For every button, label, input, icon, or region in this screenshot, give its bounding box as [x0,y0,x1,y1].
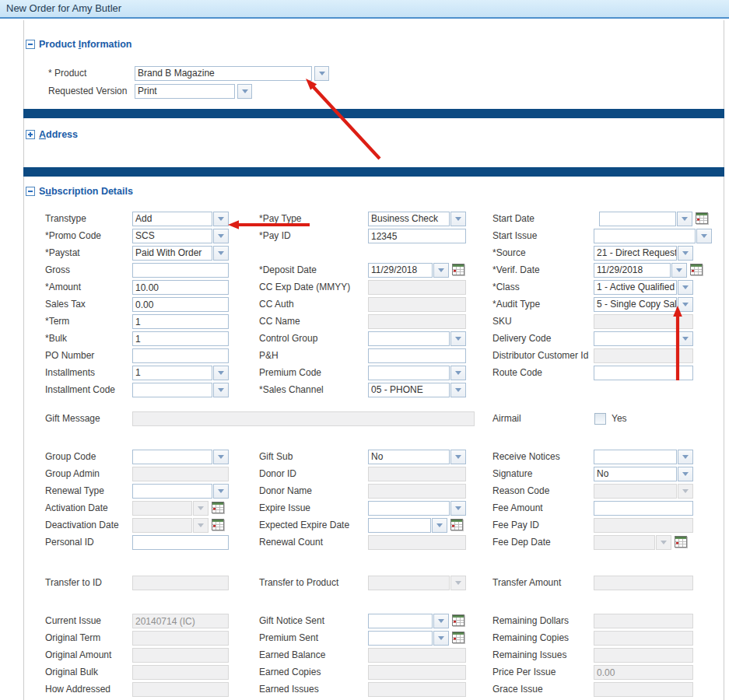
dropdown-button[interactable] [213,450,229,464]
dropdown-button[interactable] [678,450,693,464]
expire-issue-combo[interactable] [368,501,466,516]
dropdown-button[interactable] [450,366,466,380]
dropdown-button[interactable] [450,383,466,397]
dropdown-button[interactable] [213,366,229,380]
premium-sent-value[interactable] [368,631,433,646]
expected-expire-date-calendar-icon[interactable] [450,519,464,531]
deposit-date-calendar-icon[interactable] [452,264,465,276]
start-date-combo[interactable] [599,212,692,226]
section-title-product-information[interactable]: Product Information [39,39,131,50]
installment-code-value[interactable] [132,383,212,397]
dropdown-button[interactable] [433,614,449,628]
installment-code-combo[interactable] [132,383,229,397]
premium-sent-calendar-icon[interactable] [452,632,465,644]
dropdown-button[interactable] [314,66,329,81]
renewal-type-value[interactable] [132,484,212,499]
gift-notice-sent-combo[interactable] [368,614,449,628]
airmail-checkbox[interactable] [594,413,606,425]
section-title-subscription-details[interactable]: Subscription Details [39,186,133,197]
dropdown-button[interactable] [678,467,693,481]
product-combo[interactable]: Brand B Magazine [135,66,329,81]
term-input[interactable] [132,314,229,329]
dropdown-button[interactable] [678,297,693,312]
audit-type-value[interactable]: 5 - Single Copy Sales [594,297,677,312]
signature-value[interactable]: No [594,467,677,481]
deposit-date-combo[interactable]: 11/29/2018 [368,263,449,278]
class-value[interactable]: 1 - Active Qualified [594,280,677,295]
class-combo[interactable]: 1 - Active Qualified [594,280,693,295]
verif-date-calendar-icon[interactable] [690,264,703,276]
start-date-calendar-icon[interactable] [696,212,709,225]
start-issue-value[interactable] [594,229,696,243]
requested-version-value[interactable]: Print [135,84,235,99]
transtype-combo[interactable]: Add [132,212,229,226]
gross-input[interactable] [132,263,229,278]
dropdown-button[interactable] [450,450,466,464]
promo-code-value[interactable]: SCS [132,229,212,243]
minus-box-icon[interactable] [26,40,35,49]
group-code-value[interactable] [132,450,212,464]
start-date-value[interactable] [599,212,676,226]
deposit-date-value[interactable]: 11/29/2018 [368,263,433,278]
source-combo[interactable]: 21 - Direct Request [594,246,693,261]
installments-value[interactable]: 1 [132,366,212,380]
gift-notice-sent-calendar-icon[interactable] [452,614,465,627]
personal-id-input[interactable] [132,535,229,550]
audit-type-combo[interactable]: 5 - Single Copy Sales [594,297,693,312]
pay-id-input[interactable] [368,229,466,243]
sales-tax-input[interactable] [132,297,229,312]
dropdown-button[interactable] [678,331,693,346]
start-issue-combo[interactable] [594,229,712,243]
transtype-value[interactable]: Add [132,212,212,226]
route-code-input[interactable] [594,366,693,380]
po-number-input[interactable] [132,348,229,363]
dropdown-button[interactable] [678,280,693,295]
gift-sub-value[interactable]: No [368,450,450,464]
dropdown-button[interactable] [433,631,449,646]
p-h-input[interactable] [368,348,466,363]
dropdown-button[interactable] [213,229,229,243]
section-title-address[interactable]: Address [39,129,78,140]
dropdown-button[interactable] [432,518,447,533]
bulk-input[interactable] [132,331,229,346]
renewal-type-combo[interactable] [132,484,229,499]
control-group-value[interactable] [368,331,450,346]
group-code-combo[interactable] [132,450,229,464]
dropdown-button[interactable] [677,212,692,226]
verif-date-value[interactable]: 11/29/2018 [594,263,671,278]
dropdown-button[interactable] [213,246,229,261]
plus-box-icon[interactable] [26,130,35,139]
dropdown-button[interactable] [450,331,466,346]
paystat-combo[interactable]: Paid With Order [132,246,229,261]
expire-issue-value[interactable] [368,501,450,516]
pay-type-value[interactable]: Business Check [368,212,450,226]
dropdown-button[interactable] [450,212,466,226]
dropdown-button[interactable] [433,263,449,278]
expected-expire-date-combo[interactable] [368,518,447,533]
dropdown-button[interactable] [696,229,712,243]
receive-notices-combo[interactable] [594,450,693,464]
amount-input[interactable] [132,280,229,295]
dropdown-button[interactable] [450,501,466,516]
dropdown-button[interactable] [237,84,252,99]
premium-code-value[interactable] [368,366,450,380]
expected-expire-date-value[interactable] [368,518,431,533]
gift-sub-combo[interactable]: No [368,450,466,464]
requested-version-combo[interactable]: Print [135,84,252,99]
gift-notice-sent-value[interactable] [368,614,433,628]
pay-type-combo[interactable]: Business Check [368,212,466,226]
product-value[interactable]: Brand B Magazine [135,66,312,81]
delivery-code-combo[interactable] [594,331,693,346]
premium-sent-combo[interactable] [368,631,449,646]
dropdown-button[interactable] [213,484,229,499]
dropdown-button[interactable] [678,246,693,261]
dropdown-button[interactable] [671,263,687,278]
sales-channel-combo[interactable]: 05 - PHONE [368,383,466,397]
installments-combo[interactable]: 1 [132,366,229,380]
fee-amount-input[interactable] [594,501,693,516]
dropdown-button[interactable] [213,212,229,226]
source-value[interactable]: 21 - Direct Request [594,246,677,261]
receive-notices-value[interactable] [594,450,677,464]
control-group-combo[interactable] [368,331,466,346]
sales-channel-value[interactable]: 05 - PHONE [368,383,450,397]
